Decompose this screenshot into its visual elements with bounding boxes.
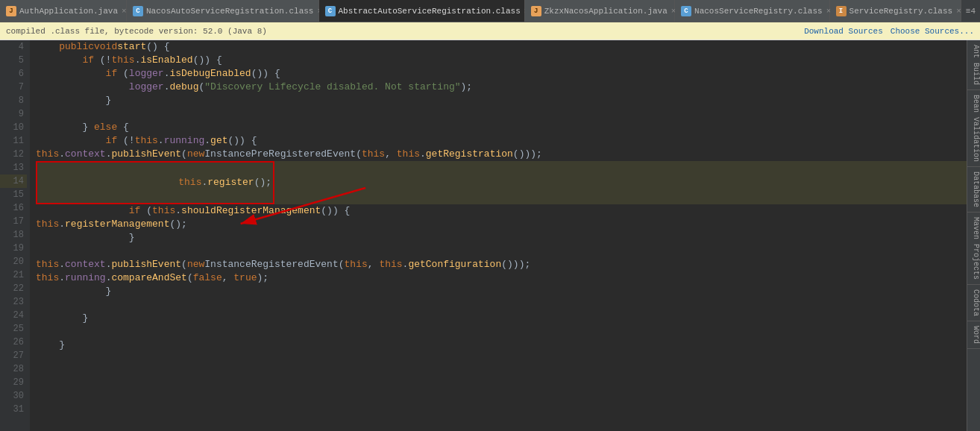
tab-icon-java2: J: [531, 6, 541, 16]
tab-label: AbstractAutoServiceRegistration.class: [339, 7, 521, 16]
main-area: 4 5 6 7 8 9 10 11 12 13 14 15 16 17 18 1…: [0, 40, 980, 431]
tab-label: ZkzxNacosApplication.java: [544, 7, 668, 16]
code-line-14: if (this.shouldRegisterManagement()) {: [36, 204, 967, 218]
tab-nacos-registry[interactable]: C NacosServiceRegistry.class ×: [675, 0, 830, 22]
code-line-11: if (!this.running.get()) {: [36, 134, 967, 148]
code-line-18: this.context.publishEvent(new InstanceRe…: [36, 258, 967, 271]
tab-overflow[interactable]: ≡4: [961, 7, 980, 16]
tab-icon-service: I: [836, 6, 846, 16]
code-editor[interactable]: 最终调用NacosServiceRegistry的register方法 publ…: [30, 40, 967, 431]
download-sources-link[interactable]: Download Sources: [804, 27, 883, 36]
sidebar-ant-build[interactable]: Ant Build: [967, 40, 980, 90]
code-line-6: if (logger.isDebugEnabled()) {: [36, 67, 967, 81]
code-line-4: public void start() {: [36, 40, 967, 54]
code-line-24: }: [36, 339, 967, 352]
choose-sources-link[interactable]: Choose Sources...: [891, 27, 974, 36]
tab-icon-class1: C: [133, 6, 143, 16]
sidebar-codota[interactable]: Codota: [967, 285, 980, 321]
sidebar-maven[interactable]: Maven Projects: [967, 213, 980, 285]
code-line-9: [36, 107, 967, 121]
code-line-22: }: [36, 312, 967, 325]
warning-actions: Download Sources Choose Sources...: [804, 27, 974, 36]
code-line-17: [36, 245, 967, 258]
tab-zkzx[interactable]: J ZkzxNacosApplication.java ×: [525, 0, 675, 22]
tab-label: AuthApplication.java: [19, 7, 118, 16]
code-line-20: }: [36, 285, 967, 298]
code-line-16: }: [36, 231, 967, 245]
tab-icon-java: J: [6, 6, 16, 16]
tab-auth[interactable]: J AuthApplication.java ×: [0, 0, 127, 22]
code-line-12: this.context.publishEvent(new InstancePr…: [36, 148, 967, 161]
code-line-19: this.running.compareAndSet(false, true);: [36, 271, 967, 285]
line-gutter: 4 5 6 7 8 9 10 11 12 13 14 15 16 17 18 1…: [0, 40, 30, 431]
code-line-7: logger.debug("Discovery Lifecycle disabl…: [36, 81, 967, 94]
code-line-10: } else {: [36, 121, 967, 134]
warning-text: compiled .class file, bytecode version: …: [6, 27, 267, 36]
tab-abstract-auto[interactable]: C AbstractAutoServiceRegistration.class …: [319, 0, 525, 22]
sidebar-word[interactable]: Word: [967, 321, 980, 349]
tab-label: NacosAutoServiceRegistration.class: [146, 7, 313, 16]
code-line-21: [36, 298, 967, 312]
tab-bar: J AuthApplication.java × C NacosAutoServ…: [0, 0, 980, 22]
code-line-15: this.registerManagement();: [36, 218, 967, 231]
tab-label: ServiceRegistry.class: [849, 7, 953, 16]
code-line-5: if (!this.isEnabled()) {: [36, 54, 967, 67]
warning-bar: compiled .class file, bytecode version: …: [0, 22, 980, 40]
tab-icon-class3: C: [681, 6, 691, 16]
tab-icon-class2: C: [325, 6, 336, 16]
tab-label: NacosServiceRegistry.class: [694, 7, 823, 16]
code-line-8: }: [36, 94, 967, 107]
tab-close[interactable]: ×: [122, 7, 127, 16]
tab-close[interactable]: ×: [956, 7, 961, 16]
tab-nacos-auto[interactable]: C NacosAutoServiceRegistration.class ×: [127, 0, 319, 22]
right-sidebar: Ant Build Bean Validation Database Maven…: [967, 40, 980, 431]
sidebar-bean-validation[interactable]: Bean Validation: [967, 90, 980, 167]
code-line-13: this.register();: [36, 161, 967, 204]
code-line-23: [36, 325, 967, 339]
sidebar-database[interactable]: Database: [967, 167, 980, 213]
tab-service-registry[interactable]: I ServiceRegistry.class ×: [830, 0, 961, 22]
